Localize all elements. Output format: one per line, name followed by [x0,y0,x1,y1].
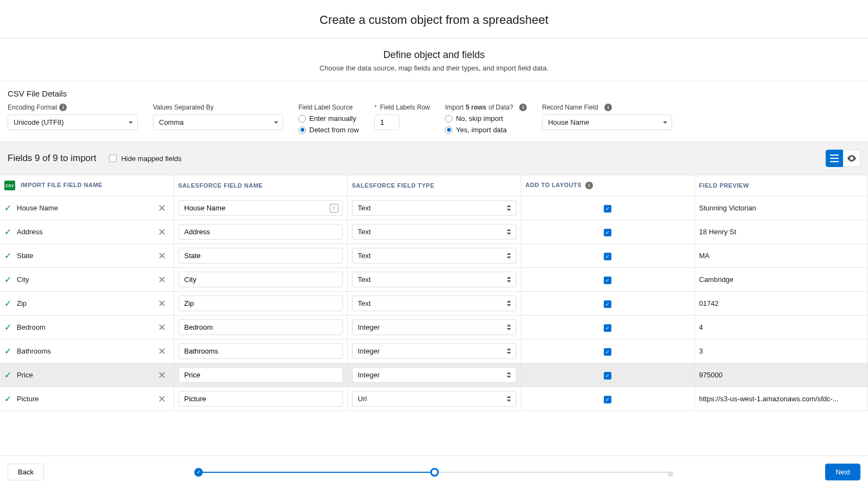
radio-skip-import[interactable] [445,115,452,123]
check-icon: ✓ [4,251,11,261]
th-type: SALESFORCE FIELD TYPE [347,175,521,196]
remove-field-button[interactable]: ✕ [155,226,169,238]
fields-table: csvIMPORT FILE FIELD NAME SALESFORCE FIE… [0,175,868,411]
table-row: ✓ Bathrooms ✕ Integer ✓ 3 [0,339,868,363]
radio-skip-import-label: No, skip import [456,114,503,123]
section-title: Define object and fields [0,49,868,61]
radio-import-data[interactable] [445,126,452,134]
labels-row-label: Field Labels Row [380,104,430,111]
remove-field-button[interactable]: ✕ [155,250,169,262]
field-type-select[interactable]: Text [352,296,516,311]
field-label-source-label: Field Label Source [298,104,359,111]
radio-detect-row-label: Detect from row [309,126,359,134]
info-icon[interactable]: i [604,104,612,111]
import-field-name: Bedroom [17,323,46,331]
field-type-select[interactable]: Text [352,272,516,287]
record-name-label: Record Name Field [542,104,598,111]
import-field-name: House Name [17,204,58,212]
section-header: Define object and fields Choose the data… [0,38,868,81]
field-type-select[interactable]: Url [352,391,516,407]
field-preview-value: 975000 [694,363,868,387]
view-list-button[interactable] [826,150,843,167]
back-button[interactable]: Back [8,464,44,480]
field-type-select[interactable]: Text [352,200,516,216]
field-type-select[interactable]: Text [352,248,516,264]
add-to-layouts-checkbox[interactable]: ✓ [604,348,611,356]
remove-field-button[interactable]: ✕ [155,345,169,357]
labels-row-input[interactable] [374,114,399,130]
separator-label: Values Separated By [153,104,283,111]
radio-detect-row[interactable] [298,126,306,134]
th-import: csvIMPORT FILE FIELD NAME [0,175,174,196]
remove-field-button[interactable]: ✕ [155,274,169,286]
check-icon: ✓ [4,274,11,285]
field-preview-value: 4 [694,316,868,339]
add-to-layouts-checkbox[interactable]: ✓ [604,324,611,332]
table-row: ✓ Zip ✕ Text ✓ 01742 [0,292,868,316]
svg-rect-0 [830,155,839,156]
import-field-name: Address [17,228,43,236]
add-to-layouts-checkbox[interactable]: ✓ [604,300,611,308]
th-preview: FIELD PREVIEW [694,175,868,196]
field-name-input[interactable] [178,296,343,311]
csv-details-title: CSV File Details [8,89,860,98]
radio-enter-manually[interactable] [298,115,306,123]
check-icon: ✓ [4,346,11,356]
footer: Back ✓ Next [0,455,868,488]
check-icon: ✓ [4,227,11,237]
import-data-label-pre: Import [445,104,463,111]
section-subtitle: Choose the data source, map fields and t… [0,64,868,72]
page-title: Create a custom object from a spreadshee… [0,0,868,38]
fields-toolbar: Fields 9 of 9 to import Hide mapped fiel… [0,142,868,175]
add-to-layouts-checkbox[interactable]: ✓ [604,396,611,403]
add-to-layouts-checkbox[interactable]: ✓ [604,253,611,260]
info-icon[interactable]: i [585,182,593,189]
add-to-layouts-checkbox[interactable]: ✓ [604,229,611,236]
remove-field-button[interactable]: ✕ [155,369,169,381]
field-type-select[interactable]: Integer [352,319,516,335]
field-type-select[interactable]: Integer [352,343,516,359]
import-data-label-post: of Data? [489,104,513,111]
field-name-input[interactable] [178,343,343,359]
remove-field-button[interactable]: ✕ [155,298,169,310]
record-name-select[interactable]: House Name [542,114,672,130]
field-name-input[interactable] [178,272,343,287]
add-to-layouts-checkbox[interactable]: ✓ [604,205,611,213]
separator-select[interactable]: Comma [153,114,283,130]
check-icon: ✓ [4,298,11,309]
remove-field-button[interactable]: ✕ [155,202,169,214]
field-name-input[interactable] [178,200,343,216]
remove-field-button[interactable]: ✕ [155,322,169,333]
import-field-name: Zip [17,299,27,307]
field-preview-value: 18 Henry St [694,220,868,244]
required-asterisk: * [374,104,377,111]
encoding-select[interactable]: Unicode (UTF8) [8,114,138,130]
hide-mapped-checkbox[interactable] [109,155,117,162]
add-to-layouts-checkbox[interactable]: ✓ [604,372,611,380]
field-preview-value: Stunning Victorian [694,196,868,220]
field-preview-value: https://s3-us-west-1.amazonaws.com/sfdc-… [694,387,868,411]
import-field-name: Bathrooms [17,347,51,355]
record-name-indicator-icon: ! [330,204,339,213]
next-button[interactable]: Next [825,464,860,480]
table-row: ✓ State ✕ Text ✓ MA [0,244,868,268]
field-name-input[interactable] [178,248,343,264]
field-name-input[interactable] [178,367,343,383]
table-row: ✓ Bedroom ✕ Integer ✓ 4 [0,316,868,339]
info-icon[interactable]: i [59,104,67,111]
add-to-layouts-checkbox[interactable]: ✓ [604,277,611,284]
progress-step-1: ✓ [194,468,203,477]
field-name-input[interactable] [178,224,343,240]
remove-field-button[interactable]: ✕ [155,393,169,405]
info-icon[interactable]: i [519,104,527,111]
view-preview-button[interactable] [843,150,860,167]
progress-step-2 [430,468,439,477]
field-name-input[interactable] [178,391,343,407]
field-type-select[interactable]: Text [352,224,516,240]
import-field-name: Picture [17,395,39,403]
table-row: ✓ City ✕ Text ✓ Cambridge [0,268,868,292]
field-name-input[interactable] [178,319,343,335]
field-type-select[interactable]: Integer [352,367,516,383]
radio-enter-manually-label: Enter manually [309,114,356,123]
fields-count: Fields 9 of 9 to import [8,153,96,164]
